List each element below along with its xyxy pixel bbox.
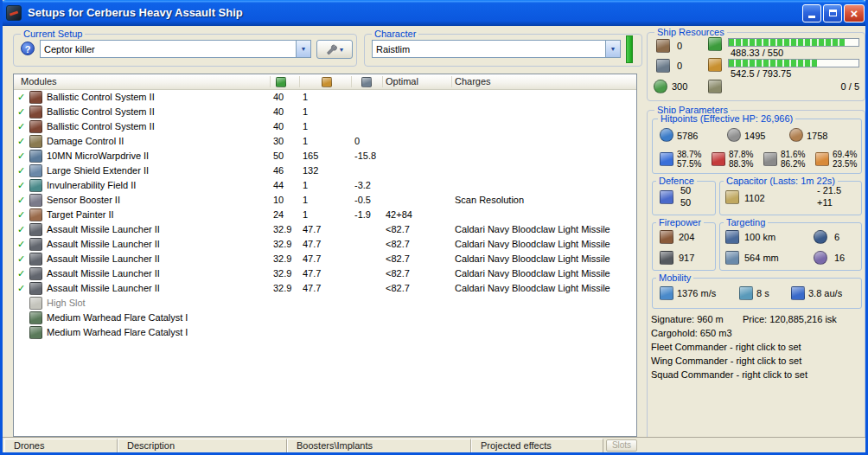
column-charges[interactable]: Charges [455,76,491,87]
sensor-strength-value: 16 [834,253,845,263]
defence-box: Defence 50 50 [652,181,716,215]
module-powergrid: 1 [303,208,308,222]
shield-extender-icon [29,164,42,177]
cpu-column-icon[interactable] [276,77,286,87]
minimize-button[interactable] [802,4,821,22]
chevron-down-icon[interactable]: ▼ [605,41,620,57]
fleet-commander-text[interactable]: Fleet Commander - right click to set [651,342,801,352]
app-icon [6,5,22,21]
signature-text: Signature: 960 m [651,314,724,324]
ballistic-control-system-icon [29,120,42,133]
explosive-shield-resist: 69.4% [833,150,857,159]
chevron-down-icon: ▼ [339,47,345,53]
module-cap-use: -1.9 [354,208,371,222]
module-row[interactable]: ✓ Ballistic Control System II 40 1 [14,90,636,105]
module-cpu: 32.9 [273,222,291,237]
chevron-down-icon[interactable]: ▼ [296,41,310,57]
tab-boosters-implants[interactable]: Boosters\Implants [287,439,471,452]
setup-combobox-value[interactable] [41,41,296,57]
slots-button[interactable]: Slots [606,439,637,452]
wing-commander-text[interactable]: Wing Commander - right click to set [651,356,801,366]
titlebar[interactable]: Setups for Cerberus Heavy Assault Ship × [0,0,868,26]
squad-commander-text[interactable]: Squad Commander - right click to set [651,369,807,380]
structure-hp-icon [789,128,803,142]
character-combobox-value[interactable] [373,41,605,57]
maximize-button[interactable] [823,4,842,22]
fitted-check-icon: ✓ [17,119,25,134]
sensor-booster-icon [29,194,42,207]
thermal-armor-resist: 88.3% [729,159,753,169]
fitted-check-icon: ✓ [17,266,25,281]
launcher-hardpoints-icon [656,59,670,73]
module-row[interactable]: Medium Warhead Flare Catalyst I [14,325,636,340]
ship-resources-label: Ship Resources [654,27,727,37]
max-targets-value: 6 [834,232,839,242]
module-name: Ballistic Control System II [47,90,155,105]
module-row[interactable]: ✓ Target Painter II 24 1 -1.9 42+84 [14,208,636,222]
module-row[interactable]: ✓ Assault Missile Launcher II 32.9 47.7 … [14,237,636,252]
module-row[interactable]: Medium Warhead Flare Catalyst I [14,311,636,325]
module-optimal: <82.7 [386,237,410,252]
close-button[interactable]: × [844,4,865,22]
tab-projected-effects[interactable]: Projected effects [471,439,603,452]
module-row[interactable]: ✓ Assault Missile Launcher II 32.9 47.7 … [14,266,636,281]
character-combobox[interactable]: ▼ [372,40,621,58]
setup-tools-button[interactable]: ▼ [316,40,353,59]
module-powergrid: 132 [303,163,318,178]
module-row[interactable]: ✓ 10MN MicroWarpdrive II 50 165 -15.8 [14,149,636,163]
capacitor-recharge: +11 [817,197,833,208]
module-row[interactable]: ✓ Large Shield Extender II 46 132 [14,163,636,178]
module-row[interactable]: ✓ Assault Missile Launcher II 32.9 47.7 … [14,222,636,237]
module-row[interactable]: ✓ Ballistic Control System II 40 1 [14,105,636,119]
module-name: Sensor Booster II [47,193,120,208]
module-row[interactable]: ✓ Ballistic Control System II 40 1 [14,119,636,134]
module-cap-use: -0.5 [354,193,371,208]
calibration-value: 300 [672,81,687,92]
module-name: Assault Missile Launcher II [47,281,160,296]
module-row[interactable]: ✓ Invulnerability Field II 44 1 -3.2 [14,178,636,193]
firepower-box: Firepower 204 917 [652,222,716,271]
targeting-box: Targeting 100 km 564 mm 6 16 [719,222,862,271]
fitted-check-icon: ✓ [17,208,25,222]
module-row[interactable]: ✓ Assault Missile Launcher II 32.9 47.7 … [14,252,636,266]
setup-combobox[interactable]: ▼ [40,40,311,58]
modules-table-header[interactable]: Modules Optimal Charges [14,74,636,90]
module-row[interactable]: ✓ Sensor Booster II 10 1 -0.5 Scan Resol… [14,193,636,208]
dps-value: 917 [679,253,694,263]
tab-description[interactable]: Description [118,439,287,452]
em-shield-resist: 38.7% [677,150,701,159]
fitted-check-icon: ✓ [17,149,25,163]
module-cpu: 32.9 [273,237,291,252]
tab-drones[interactable]: Drones [4,439,118,452]
module-cpu: 40 [273,119,284,134]
module-name: Ballistic Control System II [47,105,155,119]
module-charges: Caldari Navy Bloodclaw Light Missile [455,222,610,237]
max-velocity-icon [660,286,673,300]
module-name: Invulnerability Field II [47,178,136,193]
module-rows: ✓ Ballistic Control System II 40 1 ✓ Bal… [14,90,636,340]
capacitor-column-icon[interactable] [361,77,372,87]
dps-icon [660,251,673,265]
help-icon: ? [25,44,31,54]
defence-icon [660,190,673,204]
module-charges: Caldari Navy Bloodclaw Light Missile [455,252,610,266]
max-velocity-value: 1376 m/s [677,288,716,298]
powergrid-column-icon[interactable] [322,77,332,87]
module-cpu: 50 [273,149,284,163]
fitted-check-icon: ✓ [17,222,25,237]
max-targets-icon [814,230,827,244]
ship-parameters-group: Ship Parameters Hitpoints (Effective HP:… [647,110,865,441]
column-modules[interactable]: Modules [21,76,57,87]
module-row[interactable]: High Slot [14,296,636,311]
targeting-range-value: 100 km [744,232,775,242]
module-name: Large Shield Extender II [47,163,149,178]
help-button[interactable]: ? [21,42,35,55]
drone-icon [708,80,722,93]
capacitor-box: Capacitor (Lasts: 1m 22s) 1102 - 21.5 +1… [719,181,862,215]
calibration-icon [654,80,667,93]
wrench-icon [325,43,337,55]
module-row[interactable]: ✓ Damage Control II 30 1 0 [14,134,636,149]
armor-hp-icon [727,128,741,142]
column-optimal[interactable]: Optimal [386,76,418,87]
module-row[interactable]: ✓ Assault Missile Launcher II 32.9 47.7 … [14,281,636,296]
